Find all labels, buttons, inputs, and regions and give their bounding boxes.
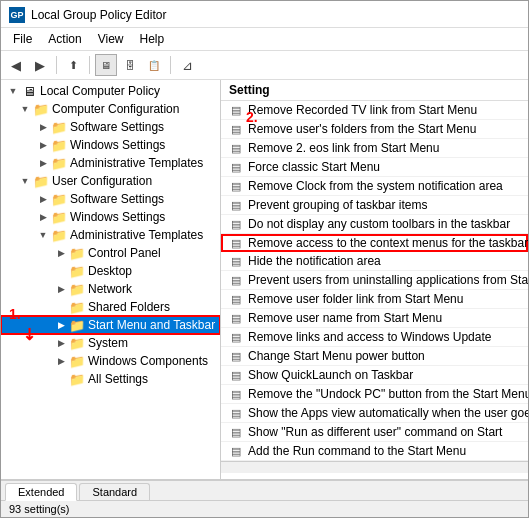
setting-icon-12: ▤ — [229, 330, 243, 344]
expand-cc[interactable]: ▼ — [17, 101, 33, 117]
tree-item-desktop[interactable]: ▶ 📁 Desktop — [1, 262, 220, 280]
tree-item-control-panel[interactable]: ▶ 📁 Control Panel — [1, 244, 220, 262]
status-bar: 93 setting(s) — [1, 500, 528, 517]
folder-icon-cp: 📁 — [69, 246, 85, 260]
tab-extended[interactable]: Extended — [5, 483, 77, 501]
tree-item-computer-config[interactable]: ▼ 📁 Computer Configuration — [1, 100, 220, 118]
settings-item-0[interactable]: ▤ Remove Recorded TV link from Start Men… — [221, 101, 528, 120]
settings-item-6[interactable]: ▤ Do not display any custom toolbars in … — [221, 215, 528, 234]
folder-icon-smt: 📁 — [69, 318, 85, 332]
tree-item-windows-components[interactable]: ▶ 📁 Windows Components — [1, 352, 220, 370]
tree-root[interactable]: ▼ 🖥 Local Computer Policy — [1, 82, 220, 100]
tree-item-start-menu-taskbar[interactable]: ▶ 📁 Start Menu and Taskbar — [1, 316, 220, 334]
tree-label-at-uc: Administrative Templates — [70, 228, 203, 242]
setting-icon-9: ▤ — [229, 273, 243, 287]
settings-item-text-4: Remove Clock from the system notificatio… — [248, 179, 503, 193]
menu-action[interactable]: Action — [40, 30, 89, 48]
settings-item-15[interactable]: ▤ Remove the "Undock PC" button from the… — [221, 385, 528, 404]
expand-at-cc[interactable]: ▶ — [35, 155, 51, 171]
tree-label-as: All Settings — [88, 372, 148, 386]
setting-icon-14: ▤ — [229, 368, 243, 382]
settings-item-2[interactable]: ▤ Remove 2. eos link from Start Menu — [221, 139, 528, 158]
tree-label-uc: User Configuration — [52, 174, 152, 188]
tree-item-admin-templates-uc[interactable]: ▼ 📁 Administrative Templates — [1, 226, 220, 244]
menu-view[interactable]: View — [90, 30, 132, 48]
expand-ws-uc[interactable]: ▶ — [35, 209, 51, 225]
settings-item-4[interactable]: ▤ Remove Clock from the system notificat… — [221, 177, 528, 196]
tree-root-label: Local Computer Policy — [40, 84, 160, 98]
settings-item-12[interactable]: ▤ Remove links and access to Windows Upd… — [221, 328, 528, 347]
folder-icon-cc: 📁 — [33, 102, 49, 116]
menu-bar: File Action View Help — [1, 28, 528, 51]
folder-icon-ss-cc: 📁 — [51, 120, 67, 134]
setting-icon-15: ▤ — [229, 387, 243, 401]
expand-ws-cc[interactable]: ▶ — [35, 137, 51, 153]
toolbar-separator-3 — [170, 56, 171, 74]
tree-item-windows-settings-cc[interactable]: ▶ 📁 Windows Settings — [1, 136, 220, 154]
back-button[interactable]: ◀ — [5, 54, 27, 76]
expand-ss-cc[interactable]: ▶ — [35, 119, 51, 135]
up-button[interactable]: ⬆ — [62, 54, 84, 76]
settings-item-16[interactable]: ▤ Show the Apps view automatically when … — [221, 404, 528, 423]
settings-item-9[interactable]: ▤ Prevent users from uninstalling applic… — [221, 271, 528, 290]
setting-icon-13: ▤ — [229, 349, 243, 363]
settings-item-text-3: Force classic Start Menu — [248, 160, 380, 174]
settings-item-18[interactable]: ▤ Add the Run command to the Start Menu — [221, 442, 528, 461]
setting-icon-4: ▤ — [229, 179, 243, 193]
settings-item-7[interactable]: ▤ Remove access to the context menus for… — [221, 234, 528, 252]
settings-item-13[interactable]: ▤ Change Start Menu power button — [221, 347, 528, 366]
settings-item-text-2: Remove 2. eos link from Start Menu — [248, 141, 439, 155]
setting-icon-10: ▤ — [229, 292, 243, 306]
menu-help[interactable]: Help — [132, 30, 173, 48]
settings-item-8[interactable]: ▤ Hide the notification area — [221, 252, 528, 271]
window-title: Local Group Policy Editor — [31, 8, 166, 22]
setting-icon-18: ▤ — [229, 444, 243, 458]
settings-item-text-13: Change Start Menu power button — [248, 349, 425, 363]
expand-ss-uc[interactable]: ▶ — [35, 191, 51, 207]
tree-label-ss-uc: Software Settings — [70, 192, 164, 206]
expand-at-uc[interactable]: ▼ — [35, 227, 51, 243]
tree-item-all-settings[interactable]: ▶ 📁 All Settings — [1, 370, 220, 388]
tabs-bar: Extended Standard — [1, 480, 528, 500]
tree-item-software-settings-uc[interactable]: ▶ 📁 Software Settings — [1, 190, 220, 208]
menu-file[interactable]: File — [5, 30, 40, 48]
expand-root[interactable]: ▼ — [5, 83, 21, 99]
expand-network[interactable]: ▶ — [53, 281, 69, 297]
tree-item-user-config[interactable]: ▼ 📁 User Configuration — [1, 172, 220, 190]
setting-icon-17: ▤ — [229, 425, 243, 439]
expand-desktop: ▶ — [53, 263, 69, 279]
tree-item-network[interactable]: ▶ 📁 Network — [1, 280, 220, 298]
tree-item-system[interactable]: ▶ 📁 System — [1, 334, 220, 352]
settings-list: ▤ Remove Recorded TV link from Start Men… — [221, 101, 528, 461]
settings-item-text-1: Remove user's folders from the Start Men… — [248, 122, 476, 136]
settings-item-1[interactable]: ▤ Remove user's folders from the Start M… — [221, 120, 528, 139]
tree-item-software-settings-cc[interactable]: ▶ 📁 Software Settings — [1, 118, 220, 136]
filter-button[interactable]: ⊿ — [176, 54, 198, 76]
forward-button[interactable]: ▶ — [29, 54, 51, 76]
settings-item-3[interactable]: ▤ Force classic Start Menu — [221, 158, 528, 177]
tree-item-admin-templates-cc[interactable]: ▶ 📁 Administrative Templates — [1, 154, 220, 172]
settings-item-10[interactable]: ▤ Remove user folder link from Start Men… — [221, 290, 528, 309]
folder-icon-at-uc: 📁 — [51, 228, 67, 242]
setting-icon-5: ▤ — [229, 198, 243, 212]
folder-icon-uc: 📁 — [33, 174, 49, 188]
settings-item-text-11: Remove user name from Start Menu — [248, 311, 442, 325]
expand-smt[interactable]: ▶ — [53, 317, 69, 333]
settings-item-text-18: Add the Run command to the Start Menu — [248, 444, 466, 458]
settings-item-11[interactable]: ▤ Remove user name from Start Menu — [221, 309, 528, 328]
expand-system[interactable]: ▶ — [53, 335, 69, 351]
tree-item-windows-settings-uc[interactable]: ▶ 📁 Windows Settings — [1, 208, 220, 226]
new-window-button[interactable]: 🗄 — [119, 54, 141, 76]
expand-wc[interactable]: ▶ — [53, 353, 69, 369]
settings-item-5[interactable]: ▤ Prevent grouping of taskbar items — [221, 196, 528, 215]
horizontal-scrollbar[interactable] — [221, 461, 528, 473]
settings-item-17[interactable]: ▤ Show "Run as different user" command o… — [221, 423, 528, 442]
show-hide-console-button[interactable]: 🖥 — [95, 54, 117, 76]
properties-button[interactable]: 📋 — [143, 54, 165, 76]
settings-item-14[interactable]: ▤ Show QuickLaunch on Taskbar — [221, 366, 528, 385]
tab-standard[interactable]: Standard — [79, 483, 150, 500]
expand-uc[interactable]: ▼ — [17, 173, 33, 189]
expand-cp[interactable]: ▶ — [53, 245, 69, 261]
folder-icon-ws-cc: 📁 — [51, 138, 67, 152]
tree-item-shared-folders[interactable]: ▶ 📁 Shared Folders — [1, 298, 220, 316]
